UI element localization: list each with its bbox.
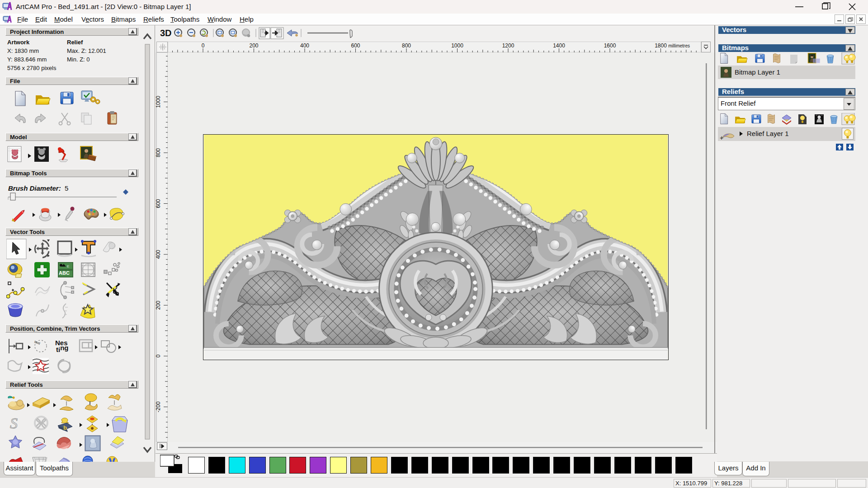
svg-text:1400: 1400 [553,42,565,49]
svg-text:-200: -200 [156,401,161,412]
svg-text:0: 0 [202,42,205,49]
svg-text:0: 0 [156,354,161,357]
svg-text:600: 600 [351,42,360,49]
svg-text:1000: 1000 [451,42,463,49]
svg-text:millimetres: millimetres [668,43,690,48]
svg-text:E: E [67,264,69,268]
svg-text:1600: 1600 [604,42,616,49]
svg-text:600: 600 [156,199,161,208]
svg-text:800: 800 [156,148,161,157]
svg-text:1200: 1200 [502,42,514,49]
svg-text:+: + [720,134,723,141]
svg-text:ABC: ABC [59,270,70,276]
svg-text:400: 400 [156,250,161,259]
svg-text:1000: 1000 [156,96,161,108]
svg-text:b: b [63,424,67,431]
svg-text:1800: 1800 [655,42,667,49]
svg-text:400: 400 [300,42,309,49]
svg-text:S: S [10,415,18,432]
svg-text:200: 200 [156,300,161,310]
svg-text:200: 200 [249,42,258,49]
svg-text:ting: ting [56,344,69,353]
svg-text:800: 800 [402,42,411,49]
